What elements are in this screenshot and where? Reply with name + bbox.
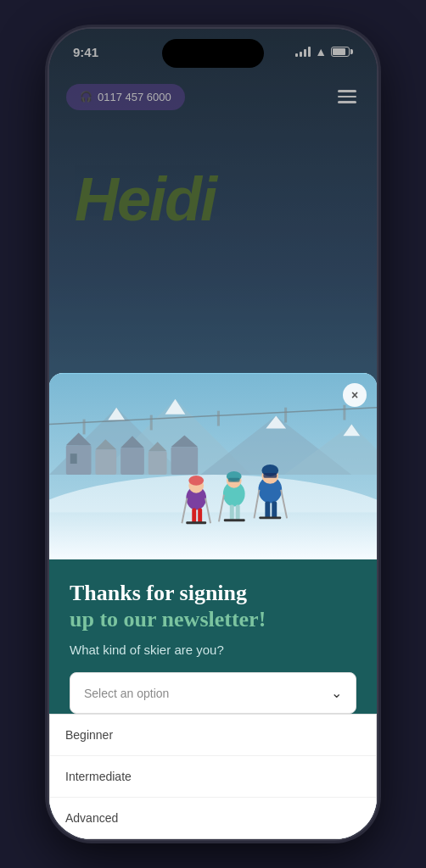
option-advanced[interactable]: Advanced	[50, 798, 376, 838]
dynamic-island	[162, 39, 264, 68]
svg-rect-50	[217, 410, 220, 426]
svg-rect-51	[284, 407, 287, 422]
modal-title: Thanks for signing up to our newsletter!	[70, 580, 356, 632]
svg-rect-12	[95, 449, 116, 475]
svg-rect-36	[224, 519, 245, 521]
modal-image: ×	[49, 373, 377, 559]
chevron-down-icon: ⌄	[331, 685, 342, 701]
option-intermediate[interactable]: Intermediate	[50, 756, 376, 798]
svg-rect-25	[192, 508, 196, 523]
modal-title-line2: up to our newsletter!	[70, 607, 266, 632]
svg-rect-43	[272, 501, 277, 518]
svg-rect-16	[149, 451, 167, 475]
dropdown-options: Beginner Intermediate Advanced	[49, 714, 377, 839]
svg-rect-18	[171, 447, 199, 475]
select-box[interactable]: Select an option ⌄	[70, 672, 356, 714]
option-intermediate-label: Intermediate	[65, 770, 132, 783]
svg-point-24	[188, 476, 204, 486]
close-icon: ×	[351, 388, 358, 402]
svg-rect-48	[83, 419, 86, 434]
modal-subtitle: What kind of skier are you?	[70, 643, 356, 657]
option-beginner-label: Beginner	[65, 728, 113, 742]
svg-rect-11	[70, 453, 77, 464]
svg-rect-52	[343, 404, 345, 420]
svg-rect-26	[198, 508, 202, 523]
svg-rect-27	[186, 521, 206, 524]
modal-title-line1: Thanks for signing	[70, 581, 247, 605]
close-button[interactable]: ×	[343, 383, 367, 407]
svg-rect-49	[150, 415, 153, 430]
modal-body: Thanks for signing up to our newsletter!…	[49, 559, 377, 714]
ski-scene-svg	[49, 373, 377, 559]
modal-card: × Thanks for signing up to our newslette…	[49, 373, 377, 839]
svg-rect-42	[265, 501, 270, 518]
select-placeholder: Select an option	[84, 687, 169, 700]
svg-rect-14	[121, 448, 144, 475]
select-wrapper: Select an option ⌄	[70, 672, 356, 714]
option-advanced-label: Advanced	[65, 811, 118, 825]
svg-rect-34	[230, 504, 234, 520]
svg-rect-9	[66, 445, 92, 475]
svg-rect-33	[228, 477, 240, 481]
svg-rect-21	[49, 512, 377, 558]
svg-rect-44	[259, 516, 281, 519]
option-beginner[interactable]: Beginner	[50, 715, 376, 756]
svg-rect-41	[263, 473, 277, 478]
svg-rect-35	[236, 504, 240, 520]
phone-screen: Heidi 🎧 0117 457 6000	[49, 29, 377, 839]
phone-frame: 9:41 ▲ Heidi 🎧 0117 457 6000	[48, 27, 378, 841]
modal-overlay: × Thanks for signing up to our newslette…	[49, 29, 377, 839]
